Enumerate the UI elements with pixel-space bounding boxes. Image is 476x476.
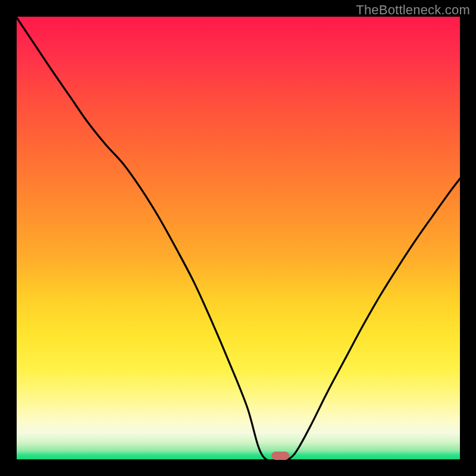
plot-area bbox=[17, 17, 460, 459]
watermark-label: TheBottleneck.com bbox=[356, 2, 470, 18]
chart-svg bbox=[17, 17, 460, 459]
chart-frame: TheBottleneck.com bbox=[0, 0, 476, 476]
bottleneck-curve bbox=[17, 17, 460, 461]
optimum-marker bbox=[271, 452, 289, 460]
